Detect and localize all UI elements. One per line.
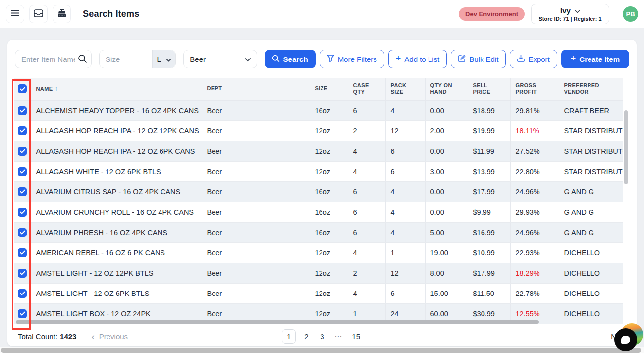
cell-sell-price: $17.99 bbox=[468, 263, 510, 283]
bulk-edit-button[interactable]: Bulk Edit bbox=[451, 50, 506, 68]
cell-pack-size: 4 bbox=[385, 202, 425, 222]
previous-button[interactable]: ‹ Previous bbox=[91, 332, 128, 341]
page-15[interactable]: 15 bbox=[350, 332, 362, 341]
cell-pack-size: 4 bbox=[385, 222, 425, 242]
row-checkbox[interactable] bbox=[18, 167, 27, 176]
cell-size: 16oz bbox=[310, 181, 348, 202]
add-to-list-button[interactable]: + Add to List bbox=[388, 50, 447, 68]
page-horizontal-scrollbar[interactable] bbox=[1, 348, 641, 353]
page-2[interactable]: 2 bbox=[301, 332, 312, 341]
row-checkbox[interactable] bbox=[18, 106, 27, 115]
row-checkbox[interactable] bbox=[18, 248, 27, 257]
column-header-pack-size[interactable]: PACK SIZE bbox=[385, 78, 425, 100]
create-item-button[interactable]: + Create Item bbox=[561, 50, 629, 68]
store-name: Ivy bbox=[560, 6, 571, 15]
cell-sell-price: $18.99 bbox=[468, 100, 510, 120]
cell-name: ALCHEMIST HEADY TOPPER - 16 OZ 4PK CANS bbox=[31, 100, 202, 120]
cell-size: 16oz bbox=[310, 222, 348, 242]
row-select-cell bbox=[14, 202, 31, 222]
cell-sell-price: $10.99 bbox=[468, 242, 510, 263]
avatar[interactable]: PB bbox=[623, 6, 638, 22]
cell-pack-size: 6 bbox=[385, 283, 425, 303]
row-checkbox[interactable] bbox=[18, 269, 27, 278]
column-header-name[interactable]: NAME↑ bbox=[31, 78, 202, 100]
cell-qty-on-hand: 0.00 bbox=[425, 181, 468, 202]
table-row[interactable]: AMSTEL LIGHT - 12 OZ 6PK BTLSBeer12oz461… bbox=[14, 283, 623, 303]
table-horizontal-scrollbar[interactable] bbox=[16, 320, 539, 324]
table-row[interactable]: ALVARIUM CRUNCHY ROLL - 16 OZ 4PK CANSBe… bbox=[14, 202, 623, 222]
column-header-gross-profit[interactable]: GROSS PROFIT bbox=[510, 78, 559, 100]
row-checkbox[interactable] bbox=[18, 147, 27, 156]
pagination: 1 2 3 ⋯ 15 bbox=[282, 329, 362, 344]
export-button[interactable]: Export bbox=[510, 50, 557, 68]
cell-gross-profit: 22.93% bbox=[510, 242, 559, 263]
column-header-sell-price[interactable]: SELL PRICE bbox=[468, 78, 510, 100]
chat-widget-button[interactable] bbox=[614, 323, 643, 351]
department-select[interactable]: Beer bbox=[183, 50, 257, 68]
cell-qty-on-hand: 0.00 bbox=[425, 141, 468, 161]
page-3[interactable]: 3 bbox=[317, 332, 327, 341]
cell-name: AMSTEL LIGHT - 12 OZ 12PK BTLS bbox=[31, 263, 202, 283]
cell-name: AMSTEL LIGHT - 12 OZ 6PK BTLS bbox=[31, 283, 202, 303]
cell-sell-price: $17.99 bbox=[468, 181, 510, 202]
page-1[interactable]: 1 bbox=[282, 329, 296, 344]
column-header-case-qty[interactable]: CASE QTY bbox=[348, 78, 385, 100]
cell-vendor: DICHELLO bbox=[559, 263, 623, 283]
funnel-icon bbox=[327, 55, 334, 63]
table-row[interactable]: AMERICAN REBEL - 16 OZ 6 PK CANSBeer12oz… bbox=[14, 242, 623, 263]
row-select-cell bbox=[14, 120, 31, 141]
cell-qty-on-hand: 2.00 bbox=[425, 120, 468, 141]
row-checkbox[interactable] bbox=[18, 187, 27, 196]
table-row[interactable]: ALVARIUM PHRESH - 16 OZ 4PK CANSBeer16oz… bbox=[14, 222, 623, 242]
table-row[interactable]: ALLAGASH WHITE - 12 OZ 6PK BTLSBeer12oz4… bbox=[14, 161, 623, 181]
department-value: Beer bbox=[190, 55, 206, 63]
row-select-cell bbox=[14, 222, 31, 242]
row-checkbox[interactable] bbox=[18, 309, 27, 318]
column-header-dept[interactable]: DEPT bbox=[202, 78, 310, 100]
action-buttons: Search More Filters + Add to List Bulk E… bbox=[265, 50, 629, 68]
column-header-size[interactable]: SIZE bbox=[310, 78, 348, 100]
cell-size: 16oz bbox=[310, 100, 348, 120]
cell-dept: Beer bbox=[202, 283, 310, 303]
chat-launcher bbox=[614, 328, 637, 351]
row-select-cell bbox=[14, 100, 31, 120]
table-header-row: NAME↑DEPTSIZECASE QTYPACK SIZEQTY ON HAN… bbox=[14, 78, 623, 100]
row-checkbox[interactable] bbox=[18, 289, 27, 298]
cell-name: AMERICAN REBEL - 16 OZ 6 PK CANS bbox=[31, 242, 202, 263]
select-all-checkbox[interactable] bbox=[18, 84, 27, 93]
item-search bbox=[15, 50, 92, 68]
size-input[interactable] bbox=[100, 50, 152, 68]
cell-dept: Beer bbox=[202, 222, 310, 242]
column-header-preferred-vendor[interactable]: PREFERRED VENDOR bbox=[559, 78, 623, 100]
table-row[interactable]: ALLAGASH HOP REACH IPA - 12 OZ 12PK CANS… bbox=[14, 120, 623, 141]
table-row[interactable]: ALVARIUM CITRUS SAP - 16 OZ 4PK CANSBeer… bbox=[14, 181, 623, 202]
cell-dept: Beer bbox=[202, 161, 310, 181]
cell-pack-size: 4 bbox=[385, 181, 425, 202]
menu-button[interactable] bbox=[6, 5, 24, 23]
cell-case-qty: 6 bbox=[348, 181, 385, 202]
row-select-cell bbox=[14, 181, 31, 202]
table-row[interactable]: ALLAGASH HOP REACH IPA - 12 OZ 6PK CANSB… bbox=[14, 141, 623, 161]
size-unit-select[interactable]: L bbox=[152, 50, 175, 68]
table-vertical-scrollbar[interactable] bbox=[624, 110, 628, 184]
row-checkbox[interactable] bbox=[18, 126, 27, 135]
cell-pack-size: 4 bbox=[385, 100, 425, 120]
search-button[interactable]: Search bbox=[265, 50, 316, 68]
inbox-button[interactable] bbox=[29, 5, 48, 23]
row-checkbox[interactable] bbox=[18, 228, 27, 237]
store-selector[interactable]: Ivy Store ID: 71 | Register: 1 bbox=[531, 4, 609, 24]
register-button[interactable] bbox=[53, 5, 71, 23]
app-header: Search Items Dev Environment Ivy Store I… bbox=[0, 0, 644, 28]
table-row[interactable]: AMSTEL LIGHT - 12 OZ 12PK BTLSBeer12oz21… bbox=[14, 263, 623, 283]
cell-vendor: DICHELLO bbox=[559, 283, 623, 303]
cell-gross-profit: 29.93% bbox=[510, 202, 559, 222]
cell-sell-price: $11.99 bbox=[468, 141, 510, 161]
more-filters-button[interactable]: More Filters bbox=[320, 50, 384, 68]
row-checkbox[interactable] bbox=[18, 208, 27, 217]
cell-size: 12oz bbox=[310, 161, 348, 181]
download-icon bbox=[517, 55, 525, 63]
table-body: ALCHEMIST HEADY TOPPER - 16 OZ 4PK CANSB… bbox=[14, 100, 623, 324]
cell-dept: Beer bbox=[202, 242, 310, 263]
column-header-qty-on-hand[interactable]: QTY ON HAND bbox=[425, 78, 468, 100]
table-row[interactable]: ALCHEMIST HEADY TOPPER - 16 OZ 4PK CANSB… bbox=[14, 100, 623, 120]
